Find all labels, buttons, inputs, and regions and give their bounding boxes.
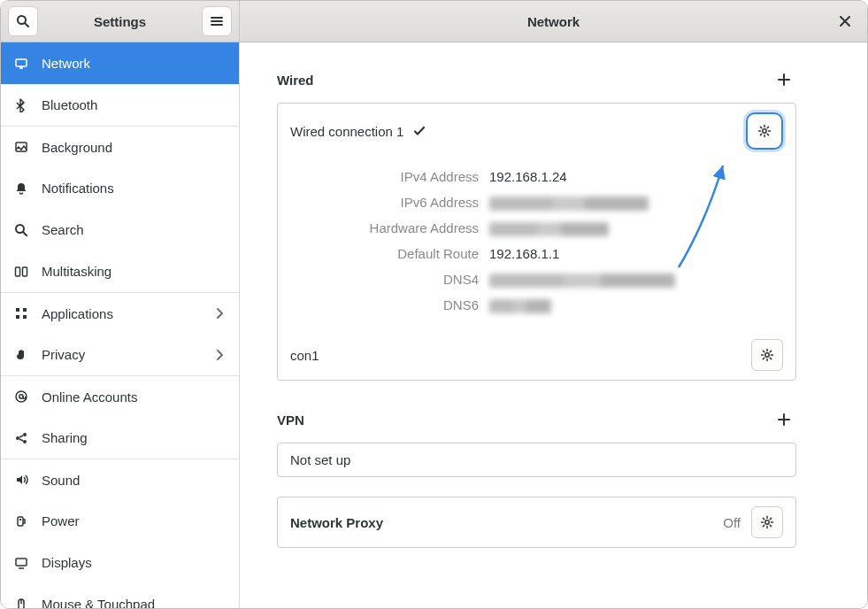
svg-point-14 xyxy=(23,433,27,436)
close-button[interactable] xyxy=(832,1,858,42)
search-button[interactable] xyxy=(8,6,38,36)
sidebar-item-sharing[interactable]: Sharing xyxy=(1,417,239,459)
connection-name: Wired connection 1 xyxy=(290,124,403,139)
svg-rect-6 xyxy=(16,267,20,276)
detail-row: DNS6 xyxy=(290,292,783,318)
sidebar-item-mouse-touchpad[interactable]: Mouse & Touchpad xyxy=(1,583,239,608)
detail-label: IPv4 Address xyxy=(290,169,489,184)
connected-check-icon xyxy=(412,124,426,138)
sidebar-item-sound[interactable]: Sound xyxy=(1,459,239,500)
proxy-row: Network Proxy Off xyxy=(278,497,795,547)
redacted-value xyxy=(489,222,609,236)
multitask-icon xyxy=(13,265,29,279)
sidebar-item-label: Applications xyxy=(42,306,113,321)
sidebar-item-notifications[interactable]: Notifications xyxy=(1,167,239,209)
plus-icon xyxy=(777,73,791,87)
section-head-wired: Wired xyxy=(277,62,796,97)
share-icon xyxy=(13,431,29,445)
wired-connection-row: con1 xyxy=(278,330,795,380)
sidebar-item-background[interactable]: Background xyxy=(1,126,239,167)
sidebar-item-applications[interactable]: Applications xyxy=(1,292,239,334)
network-icon xyxy=(13,57,29,71)
section-title-vpn: VPN xyxy=(277,412,304,428)
connection-settings-button[interactable] xyxy=(746,112,783,150)
detail-row: DNS4 xyxy=(290,266,783,292)
svg-point-23 xyxy=(765,353,769,357)
add-vpn-button[interactable] xyxy=(772,407,796,432)
svg-rect-7 xyxy=(23,267,27,276)
plus-icon xyxy=(777,412,791,427)
sidebar[interactable]: NetworkBluetoothBackgroundNotificationsS… xyxy=(1,42,240,608)
settings-window: Settings Network NetworkBluetoothBackgro… xyxy=(0,0,868,609)
connection-settings-button[interactable] xyxy=(751,339,783,371)
sidebar-item-online-accounts[interactable]: Online Accounts xyxy=(1,375,239,417)
detail-label: DNS4 xyxy=(290,272,489,287)
sidebar-item-displays[interactable]: Displays xyxy=(1,542,239,583)
wired-connection-row: Wired connection 1 xyxy=(278,104,795,158)
sidebar-item-label: Sharing xyxy=(42,430,88,445)
detail-label: DNS6 xyxy=(290,297,489,312)
sidebar-item-label: Bluetooth xyxy=(42,97,97,112)
redacted-value xyxy=(489,274,675,288)
svg-rect-19 xyxy=(16,559,27,566)
svg-rect-18 xyxy=(19,519,21,520)
svg-line-5 xyxy=(23,232,27,235)
wired-frame: Wired connection 1IPv4 Address192.168.1.… xyxy=(277,103,796,381)
sidebar-item-multitasking[interactable]: Multitasking xyxy=(1,251,239,292)
detail-row: IPv4 Address192.168.1.24 xyxy=(290,164,783,189)
sidebar-item-search[interactable]: Search xyxy=(1,209,239,251)
proxy-status: Off xyxy=(723,515,741,530)
menu-button[interactable] xyxy=(202,6,232,36)
add-wired-button[interactable] xyxy=(772,67,796,92)
sidebar-item-label: Multitasking xyxy=(42,264,111,279)
svg-rect-9 xyxy=(23,308,27,312)
detail-row: IPv6 Address xyxy=(290,189,783,215)
content-pad: Wired Wired connection 1IPv4 Address192.… xyxy=(240,42,867,574)
redacted-value xyxy=(489,299,551,313)
svg-rect-10 xyxy=(16,315,19,319)
vpn-frame: Not set up xyxy=(277,443,796,477)
power-icon xyxy=(13,514,29,528)
search-icon xyxy=(16,14,30,28)
sidebar-item-label: Privacy xyxy=(42,347,85,362)
sidebar-item-label: Power xyxy=(42,513,80,528)
sidebar-title: Settings xyxy=(40,14,200,29)
gear-icon xyxy=(760,515,774,529)
proxy-settings-button[interactable] xyxy=(751,506,783,538)
section-title-wired: Wired xyxy=(277,73,314,88)
detail-row: Hardware Address xyxy=(290,215,783,241)
sidebar-item-power[interactable]: Power xyxy=(1,500,239,542)
sidebar-item-bluetooth[interactable]: Bluetooth xyxy=(1,84,239,126)
svg-point-22 xyxy=(763,129,766,133)
bell-icon xyxy=(13,181,29,196)
headerbar-left: Settings xyxy=(1,1,240,42)
svg-point-15 xyxy=(16,436,19,440)
at-icon xyxy=(13,389,29,404)
connection-details: IPv4 Address192.168.1.24IPv6 AddressHard… xyxy=(278,158,795,330)
apps-icon xyxy=(13,306,29,320)
section-head-vpn: VPN xyxy=(277,402,796,437)
proxy-frame: Network Proxy Off xyxy=(277,497,796,548)
chevron-right-icon xyxy=(212,306,227,320)
sound-icon xyxy=(13,473,29,487)
detail-label: IPv6 Address xyxy=(290,195,489,210)
search-icon xyxy=(13,223,29,237)
vpn-empty-row: Not set up xyxy=(278,443,795,476)
svg-rect-17 xyxy=(18,517,23,526)
window-body: NetworkBluetoothBackgroundNotificationsS… xyxy=(1,42,867,608)
sidebar-item-label: Background xyxy=(42,140,112,155)
background-icon xyxy=(13,140,29,154)
mouse-icon xyxy=(13,597,29,609)
sidebar-item-label: Online Accounts xyxy=(42,389,137,405)
sidebar-item-label: Notifications xyxy=(42,181,114,196)
content-area[interactable]: Wired Wired connection 1IPv4 Address192.… xyxy=(240,42,867,608)
sidebar-item-privacy[interactable]: Privacy xyxy=(1,334,239,375)
detail-value: 192.168.1.1 xyxy=(489,246,559,261)
close-icon xyxy=(838,14,852,28)
svg-point-24 xyxy=(765,520,769,524)
svg-point-16 xyxy=(23,440,27,443)
sidebar-item-label: Mouse & Touchpad xyxy=(42,597,155,608)
svg-rect-11 xyxy=(23,315,27,319)
sidebar-item-network[interactable]: Network xyxy=(1,42,239,84)
displays-icon xyxy=(13,556,29,570)
